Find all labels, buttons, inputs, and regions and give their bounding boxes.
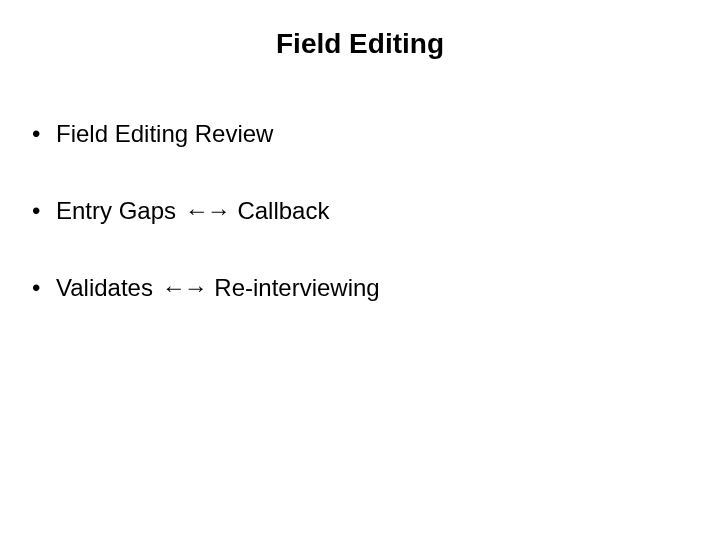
slide: Field Editing Field Editing Review Entry… (0, 0, 720, 540)
arrows-icon: ←→ (185, 197, 229, 226)
bullet-left: Field Editing Review (56, 120, 273, 147)
list-item: Entry Gaps ←→ Callback (30, 197, 690, 226)
list-item: Field Editing Review (30, 120, 690, 149)
bullet-left: Validates (56, 274, 153, 301)
bullet-list: Field Editing Review Entry Gaps ←→ Callb… (30, 120, 690, 302)
slide-body: Field Editing Review Entry Gaps ←→ Callb… (30, 120, 690, 350)
list-item: Validates ←→ Re-interviewing (30, 274, 690, 303)
arrows-icon: ←→ (162, 274, 206, 303)
bullet-right: Re-interviewing (214, 274, 379, 301)
slide-title: Field Editing (0, 28, 720, 60)
bullet-left: Entry Gaps (56, 197, 176, 224)
bullet-right: Callback (237, 197, 329, 224)
